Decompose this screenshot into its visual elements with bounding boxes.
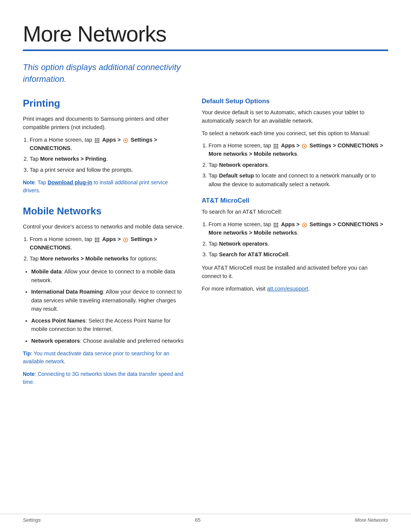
apps-icon-1 bbox=[94, 137, 100, 142]
svg-rect-33 bbox=[274, 223, 275, 224]
svg-rect-13 bbox=[98, 238, 99, 239]
svg-rect-23 bbox=[276, 144, 277, 145]
bullet-apn-label: Access Point Names bbox=[31, 318, 86, 324]
printing-step-1-bold1: Apps > bbox=[102, 137, 121, 143]
page-title: More Networks bbox=[23, 21, 388, 46]
svg-rect-16 bbox=[98, 240, 99, 241]
default-setup-intro: Your device default is set to Automatic,… bbox=[202, 108, 388, 125]
svg-point-43 bbox=[304, 224, 305, 226]
apps-icon-4 bbox=[273, 222, 279, 227]
svg-rect-8 bbox=[98, 142, 99, 143]
default-step-1-bold1: Apps > bbox=[281, 142, 299, 149]
mobile-step-1: From a Home screen, tap bbox=[30, 235, 186, 252]
mobile-step-1-bold2: Settings > CONNECTIONS bbox=[30, 236, 157, 251]
footer-page-number: 65 bbox=[195, 517, 201, 523]
svg-rect-15 bbox=[97, 240, 98, 241]
svg-point-32 bbox=[304, 145, 305, 147]
default-setup-title: Default Setup Options bbox=[202, 97, 388, 105]
svg-rect-37 bbox=[276, 224, 277, 225]
mobile-step-2: Tap More networks > Mobile networks for … bbox=[30, 254, 186, 263]
settings-icon-2 bbox=[123, 236, 128, 242]
mobile-step-2-bold: More networks > Mobile networks bbox=[40, 256, 128, 262]
apps-icon-3 bbox=[273, 143, 279, 148]
att-step-1: From a Home screen, tap bbox=[209, 220, 388, 237]
printing-more-networks: More networks > Printing bbox=[40, 156, 106, 162]
mobile-note-label: Note bbox=[23, 371, 35, 377]
svg-rect-38 bbox=[277, 224, 278, 225]
svg-rect-12 bbox=[97, 238, 98, 239]
mobile-step-1-bold1: Apps > bbox=[102, 236, 121, 242]
svg-rect-35 bbox=[277, 223, 278, 224]
att-step-2-bold: Network operators bbox=[219, 241, 268, 247]
bullet-intl-roaming: International Data Roaming: Allow your d… bbox=[31, 288, 186, 313]
settings-icon-3 bbox=[302, 143, 307, 148]
bullet-intl-roaming-label: International Data Roaming bbox=[31, 289, 103, 295]
printing-step-1: From a Home screen, tap bbox=[30, 136, 186, 153]
mobile-networks-bullets: Mobile data: Allow your device to connec… bbox=[31, 267, 186, 345]
svg-rect-1 bbox=[97, 138, 98, 139]
svg-rect-34 bbox=[276, 223, 277, 224]
svg-rect-18 bbox=[97, 241, 98, 242]
svg-point-10 bbox=[125, 140, 126, 141]
bullet-mobile-data-label: Mobile data bbox=[31, 268, 62, 275]
title-divider bbox=[23, 50, 388, 51]
mobile-networks-intro: Control your device's access to networks… bbox=[23, 222, 186, 231]
printing-steps: From a Home screen, tap bbox=[30, 136, 186, 174]
page-subtitle: This option displays additional connecti… bbox=[23, 62, 190, 85]
att-step-3-bold: Search for AT&T MicroCell bbox=[219, 251, 288, 257]
att-step-1-bold1: Apps > bbox=[281, 221, 299, 227]
svg-rect-19 bbox=[98, 241, 99, 242]
svg-rect-6 bbox=[95, 142, 96, 143]
printing-note: Note: Tap Download plug-in to install ad… bbox=[23, 179, 186, 195]
bullet-network-operators-label: Network operators bbox=[31, 338, 80, 344]
footer-settings-label: Settings bbox=[23, 517, 41, 523]
default-setup-steps: From a Home screen, tap bbox=[209, 141, 388, 189]
svg-rect-40 bbox=[276, 226, 277, 227]
default-setup-para2: To select a network each time you connec… bbox=[202, 129, 388, 137]
default-step-3: Tap Default setup to locate and connect … bbox=[209, 171, 388, 189]
svg-rect-5 bbox=[98, 140, 99, 141]
printing-note-link[interactable]: Download plug-in bbox=[48, 179, 92, 185]
mobile-networks-title: Mobile Networks bbox=[23, 205, 186, 217]
svg-rect-11 bbox=[95, 238, 96, 239]
svg-rect-28 bbox=[274, 147, 275, 149]
svg-rect-30 bbox=[277, 147, 278, 149]
svg-rect-36 bbox=[274, 224, 275, 225]
att-step-2: Tap Network operators. bbox=[209, 240, 388, 248]
apps-icon-2 bbox=[94, 236, 100, 242]
default-step-2-bold: Network operators bbox=[219, 162, 268, 168]
printing-step-3: Tap a print service and follow the promp… bbox=[30, 166, 186, 174]
att-step-3: Tap Search for AT&T MicroCell. bbox=[209, 250, 388, 259]
right-column: Default Setup Options Your device defaul… bbox=[202, 97, 388, 391]
att-para2: For more information, visit att.com/esup… bbox=[202, 284, 388, 293]
att-para1: Your AT&T MicroCell must be installed an… bbox=[202, 264, 388, 281]
svg-rect-29 bbox=[276, 147, 277, 149]
svg-rect-27 bbox=[277, 146, 278, 147]
printing-intro: Print images and documents to Samsung pr… bbox=[23, 115, 186, 132]
bullet-mobile-data: Mobile data: Allow your device to connec… bbox=[31, 267, 186, 284]
printing-step-2: Tap More networks > Printing. bbox=[30, 155, 186, 163]
svg-rect-3 bbox=[95, 140, 96, 141]
default-step-3-bold: Default setup bbox=[219, 173, 254, 179]
mobile-tip-label: Tip bbox=[23, 350, 31, 356]
svg-rect-24 bbox=[277, 144, 278, 145]
att-microcell-section: AT&T MicroCell To search for an AT&T Mic… bbox=[202, 197, 388, 293]
att-steps: From a Home screen, tap bbox=[209, 220, 388, 259]
att-esupport-link[interactable]: att.com/esupport bbox=[267, 286, 308, 292]
svg-rect-4 bbox=[97, 140, 98, 141]
left-column: Printing Print images and documents to S… bbox=[23, 97, 186, 391]
mobile-tip: Tip: You must deactivate data service pr… bbox=[23, 350, 186, 366]
svg-rect-39 bbox=[274, 226, 275, 227]
att-microcell-intro: To search for an AT&T MicroCell: bbox=[202, 208, 388, 216]
footer-chapter-title: More Networks bbox=[355, 517, 388, 523]
bullet-apn: Access Point Names: Select the Access Po… bbox=[31, 316, 186, 334]
svg-rect-14 bbox=[95, 240, 96, 241]
mobile-networks-steps: From a Home screen, tap bbox=[30, 235, 186, 263]
bullet-network-operators: Network operators: Choose available and … bbox=[31, 337, 186, 345]
two-column-layout: Printing Print images and documents to S… bbox=[23, 97, 388, 391]
att-microcell-title: AT&T MicroCell bbox=[202, 197, 388, 204]
default-step-1: From a Home screen, tap bbox=[209, 141, 388, 158]
svg-rect-17 bbox=[95, 241, 96, 242]
svg-rect-2 bbox=[98, 138, 99, 139]
printing-note-label: Note bbox=[23, 179, 35, 185]
